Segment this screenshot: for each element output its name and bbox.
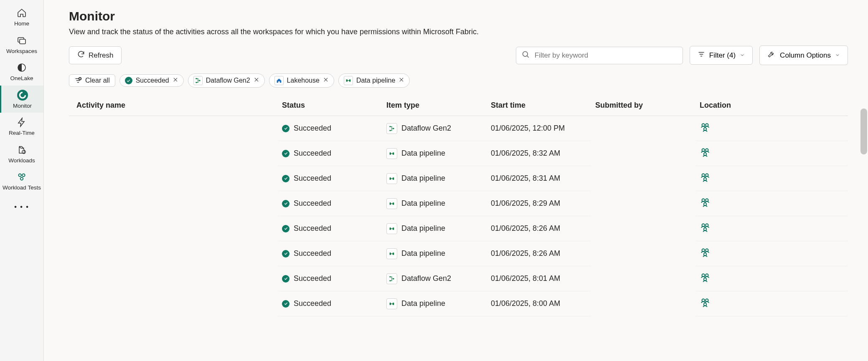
- table-row[interactable]: SucceededData pipeline01/06/2025, 8:29 A…: [69, 191, 848, 216]
- svg-rect-1: [20, 39, 25, 44]
- cell-item-type: Data pipeline: [382, 191, 487, 216]
- cell-submitted-by: [591, 291, 695, 316]
- monitor-icon: [17, 90, 28, 101]
- cell-start-time: 01/06/2025, 8:26 AM: [487, 241, 591, 266]
- refresh-icon: [77, 50, 85, 61]
- filter-button[interactable]: Filter (4): [690, 46, 753, 65]
- lakehouse-icon: [274, 76, 284, 85]
- chip-data-pipeline[interactable]: Data pipeline: [338, 73, 410, 88]
- pipeline-icon: [386, 198, 397, 209]
- cell-start-time: 01/06/2025, 12:00 PM: [487, 116, 591, 141]
- chip-label: Lakehouse: [287, 77, 320, 84]
- sidebar-item-workloads[interactable]: Workloads: [0, 140, 43, 168]
- chip-label: Data pipeline: [356, 77, 395, 84]
- cell-activity-name: [69, 116, 278, 141]
- svg-rect-20: [390, 152, 391, 154]
- cell-submitted-by: [591, 216, 695, 241]
- sidebar-item-label: OneLake: [10, 75, 33, 82]
- svg-point-45: [389, 276, 391, 277]
- sidebar-more-button[interactable]: • • •: [14, 198, 29, 216]
- scrollbar-thumb[interactable]: [860, 109, 867, 154]
- pipeline-icon: [386, 173, 397, 184]
- col-status[interactable]: Status: [278, 95, 382, 116]
- svg-point-5: [22, 174, 25, 177]
- status-succeeded-icon: [282, 175, 289, 182]
- cell-item-type: Data pipeline: [382, 241, 487, 266]
- sidebar-item-onelake[interactable]: OneLake: [0, 58, 43, 86]
- pipeline-icon: [386, 248, 397, 259]
- cell-submitted-by: [591, 141, 695, 166]
- refresh-button[interactable]: Refresh: [69, 46, 122, 64]
- cell-activity-name: [69, 191, 278, 216]
- cell-submitted-by: [591, 191, 695, 216]
- chip-succeeded[interactable]: Succeeded: [119, 74, 184, 87]
- workspace-icon: [700, 297, 711, 310]
- cell-submitted-by: [591, 116, 695, 141]
- table-row[interactable]: SucceededData pipeline01/06/2025, 8:31 A…: [69, 166, 848, 191]
- col-submitted-by[interactable]: Submitted by: [591, 95, 695, 116]
- table-row[interactable]: SucceededData pipeline01/06/2025, 8:26 A…: [69, 216, 848, 241]
- status-succeeded-icon: [282, 200, 289, 207]
- chip-label: Succeeded: [136, 77, 169, 84]
- clear-all-chip[interactable]: Clear all: [69, 74, 115, 87]
- sidebar-item-monitor[interactable]: Monitor: [0, 86, 43, 113]
- pipeline-icon: [386, 223, 397, 234]
- pipeline-icon: [344, 76, 353, 85]
- filter-label: Filter (4): [709, 51, 736, 60]
- sidebar-item-realtime[interactable]: Real-Time: [0, 113, 43, 140]
- close-icon[interactable]: [173, 77, 178, 84]
- svg-point-46: [389, 280, 391, 281]
- close-icon[interactable]: [398, 77, 404, 84]
- activity-table-wrapper[interactable]: Activity name Status Item type Start tim…: [44, 95, 868, 361]
- cell-start-time: 01/06/2025, 8:32 AM: [487, 141, 591, 166]
- svg-rect-21: [393, 152, 394, 154]
- close-icon[interactable]: [323, 77, 329, 84]
- svg-rect-36: [393, 227, 394, 230]
- cell-item-type: Dataflow Gen2: [382, 116, 487, 141]
- col-location[interactable]: Location: [695, 95, 848, 116]
- table-row[interactable]: SucceededData pipeline01/06/2025, 8:00 A…: [69, 291, 848, 316]
- svg-point-10: [195, 82, 197, 83]
- workspace-icon: [700, 222, 711, 235]
- cell-status: Succeeded: [278, 266, 382, 291]
- cell-start-time: 01/06/2025, 8:00 AM: [487, 291, 591, 316]
- sidebar-item-workspaces[interactable]: Workspaces: [0, 31, 43, 58]
- status-succeeded-icon: [282, 125, 289, 132]
- cell-location: [695, 191, 848, 216]
- pipeline-icon: [386, 148, 397, 159]
- cell-status: Succeeded: [278, 116, 382, 141]
- close-icon[interactable]: [254, 77, 259, 84]
- chip-dataflow-gen2[interactable]: Dataflow Gen2: [188, 73, 265, 88]
- table-row[interactable]: SucceededData pipeline01/06/2025, 8:26 A…: [69, 241, 848, 266]
- filter-chips-row: Clear all Succeeded Dataflow Gen2: [69, 73, 848, 88]
- sidebar-item-label: Real-Time: [9, 129, 35, 137]
- cell-item-type: Data pipeline: [382, 216, 487, 241]
- table-row[interactable]: SucceededDataflow Gen201/06/2025, 12:00 …: [69, 116, 848, 141]
- table-row[interactable]: SucceededDataflow Gen201/06/2025, 8:01 A…: [69, 266, 848, 291]
- col-item-type[interactable]: Item type: [382, 95, 487, 116]
- column-options-button[interactable]: Column Options: [759, 45, 848, 65]
- dataflow-icon: [386, 273, 397, 284]
- page-subtitle: View and track the status of the activit…: [69, 28, 848, 36]
- cell-status: Succeeded: [278, 241, 382, 266]
- filter-icon: [698, 50, 705, 60]
- table-row[interactable]: SucceededData pipeline01/06/2025, 8:32 A…: [69, 141, 848, 166]
- sidebar-item-workload-tests[interactable]: Workload Tests: [0, 167, 43, 195]
- svg-rect-13: [349, 79, 350, 81]
- col-start-time[interactable]: Start time: [487, 95, 591, 116]
- cell-item-type: Dataflow Gen2: [382, 266, 487, 291]
- cell-item-type: Data pipeline: [382, 166, 487, 191]
- cell-start-time: 01/06/2025, 8:01 AM: [487, 266, 591, 291]
- col-activity-name[interactable]: Activity name: [69, 95, 278, 116]
- workspace-icon: [700, 197, 711, 210]
- cell-activity-name: [69, 241, 278, 266]
- onelake-icon: [16, 62, 27, 73]
- cell-submitted-by: [591, 166, 695, 191]
- sidebar-item-home[interactable]: Home: [0, 3, 43, 31]
- sidebar-item-label: Workload Tests: [3, 184, 41, 192]
- search-input[interactable]: [516, 47, 683, 64]
- status-succeeded-icon: [282, 300, 289, 308]
- chip-lakehouse[interactable]: Lakehouse: [269, 73, 334, 88]
- sidebar-item-label: Monitor: [13, 102, 32, 110]
- cell-status: Succeeded: [278, 166, 382, 191]
